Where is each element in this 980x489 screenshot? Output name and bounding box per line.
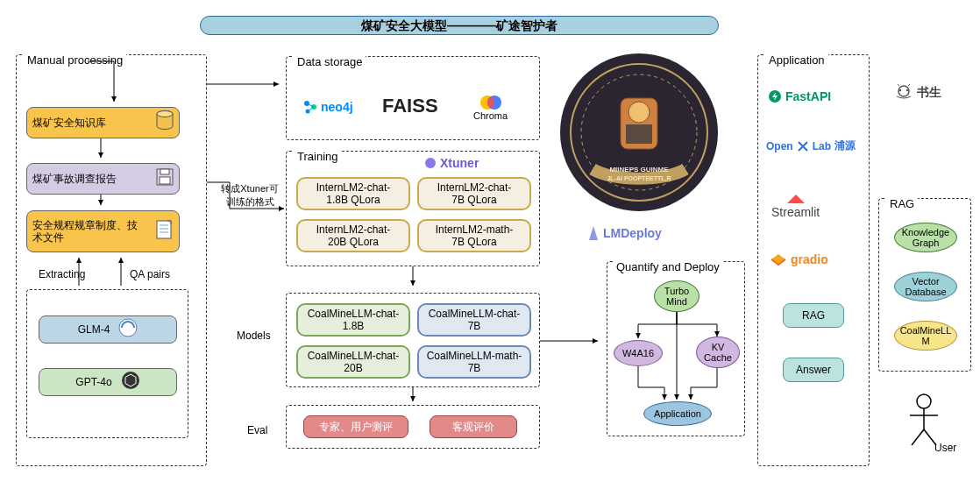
svg-point-29 bbox=[899, 89, 901, 91]
eval-2: 客观评价 bbox=[430, 415, 517, 438]
eval-1: 专家、用户测评 bbox=[303, 415, 408, 438]
train-m1: InternLM2-chat- 1.8B QLora bbox=[296, 177, 410, 210]
product-badge: MIINEPS GUINME JL-Al POOPTEETTL.R bbox=[557, 51, 721, 214]
glm4-label: GLM-4 bbox=[78, 323, 110, 336]
answer-pill: Answer bbox=[783, 358, 844, 382]
application-title: Application bbox=[765, 53, 828, 67]
svg-rect-5 bbox=[157, 221, 171, 238]
kb-label: 煤矿安全知识库 bbox=[32, 117, 106, 129]
report-label: 煤矿事故调查报告 bbox=[32, 173, 117, 185]
fastapi-text: FastAPI bbox=[785, 89, 831, 103]
gpt4o-label: GPT-4o bbox=[75, 376, 111, 388]
rag-title: RAG bbox=[886, 197, 918, 210]
manual-processing-title: Manual processing bbox=[24, 53, 126, 67]
floppy-icon bbox=[156, 168, 174, 188]
document-icon bbox=[156, 220, 174, 242]
shusheng-text: 书生 bbox=[917, 85, 941, 101]
circle-swirl-icon bbox=[118, 318, 138, 340]
database-icon bbox=[156, 110, 174, 134]
svg-point-30 bbox=[906, 89, 908, 91]
rules-box: 安全规程规章制度、技术文件 bbox=[26, 210, 180, 252]
quantify-app: Application bbox=[643, 401, 712, 426]
user-label: User bbox=[934, 442, 956, 454]
qa-pairs-label: QA pairs bbox=[130, 268, 170, 280]
arrow-to-storage bbox=[207, 79, 286, 96]
svg-text:MIINEPS GUINME: MIINEPS GUINME bbox=[609, 166, 669, 174]
fastapi-icon bbox=[768, 89, 782, 103]
streamlit-icon bbox=[785, 193, 806, 205]
arrow-training-to-models bbox=[408, 266, 417, 293]
svg-point-1 bbox=[157, 111, 173, 117]
glm4-box: GLM-4 bbox=[39, 315, 177, 344]
chroma-text: Chroma bbox=[473, 110, 508, 121]
model-m1: CoalMineLLM-chat- 1.8B bbox=[296, 303, 410, 337]
xtuner-icon bbox=[424, 157, 437, 169]
model-m2: CoalMineLLM-chat- 7B bbox=[417, 303, 531, 337]
train-m4: InternLM2-math- 7B QLora bbox=[417, 219, 531, 252]
train-m3: InternLM2-chat- 20B QLora bbox=[296, 219, 410, 252]
report-box: 煤矿事故调查报告 bbox=[26, 163, 180, 195]
openxlab-logo: Open Lab浦源 bbox=[766, 138, 856, 153]
arrow-models-to-deploy bbox=[540, 337, 605, 345]
neo4j-text: neo4j bbox=[321, 100, 353, 114]
svg-point-23 bbox=[628, 102, 650, 123]
faiss-text: FAISS bbox=[382, 95, 438, 117]
lmdeploy-logo: LMDeploy bbox=[587, 226, 662, 240]
gradio-text: gradio bbox=[791, 252, 828, 266]
rag-cm: CoalMineLL M bbox=[894, 321, 957, 351]
rag-kg: Knowledge Graph bbox=[894, 223, 957, 252]
rules-label: 安全规程规章制度、技术文件 bbox=[32, 219, 146, 244]
shusheng-icon bbox=[894, 84, 913, 102]
chroma-logo: Chroma bbox=[473, 95, 508, 121]
rag-vdb: Vector Database bbox=[894, 272, 957, 301]
svg-rect-24 bbox=[626, 124, 652, 144]
streamlit-logo: Streamlit bbox=[771, 193, 820, 219]
streamlit-text: Streamlit bbox=[771, 205, 820, 219]
svg-rect-3 bbox=[160, 169, 169, 174]
rag-pill: RAG bbox=[783, 303, 844, 328]
chroma-icon bbox=[479, 95, 503, 110]
x-icon bbox=[797, 140, 809, 152]
eval-label: Eval bbox=[247, 424, 267, 436]
lmdeploy-icon bbox=[587, 226, 600, 240]
kb-box: 煤矿安全知识库 bbox=[26, 107, 180, 138]
fastapi-logo: FastAPI bbox=[768, 89, 831, 103]
gpt4o-box: GPT-4o bbox=[39, 368, 177, 396]
turbo-mind: Turbo Mind bbox=[654, 280, 699, 312]
gradio-icon bbox=[770, 252, 787, 266]
kv-cache: KV Cache bbox=[696, 337, 740, 368]
lmdeploy-text: LMDeploy bbox=[603, 226, 662, 240]
extracting-label: Extracting bbox=[39, 268, 85, 280]
shusheng-logo: 书生 bbox=[894, 84, 941, 102]
neo4j-logo: neo4j bbox=[303, 100, 353, 114]
models-label: Models bbox=[237, 330, 271, 342]
neo4j-icon bbox=[303, 100, 317, 114]
quantify-title: Quantify and Deploy bbox=[613, 260, 723, 273]
xtuner-format-label: 转成Xtuner可 训练的格式 bbox=[216, 182, 284, 209]
svg-line-34 bbox=[912, 429, 924, 445]
w4a16: W4A16 bbox=[614, 340, 663, 366]
svg-point-31 bbox=[917, 394, 931, 408]
model-m4: CoalMineLLM-math- 7B bbox=[417, 345, 531, 379]
train-m2: InternLM2-chat- 7B QLora bbox=[417, 177, 531, 210]
openai-icon bbox=[121, 371, 140, 393]
xtuner-text: Xtuner bbox=[440, 156, 479, 170]
llm-section bbox=[26, 289, 188, 438]
faiss-logo: FAISS bbox=[382, 95, 438, 117]
model-m3: CoalMineLLM-chat- 20B bbox=[296, 345, 410, 379]
training-title: Training bbox=[294, 150, 341, 163]
svg-rect-4 bbox=[160, 177, 170, 184]
svg-point-18 bbox=[425, 158, 436, 168]
data-storage-title: Data storage bbox=[294, 55, 366, 68]
svg-text:JL-Al POOPTEETTL.R: JL-Al POOPTEETTL.R bbox=[607, 175, 671, 181]
title-banner: 煤矿安全大模型————矿途智护者 bbox=[200, 16, 719, 35]
xtuner-logo: Xtuner bbox=[424, 156, 479, 170]
gradio-logo: gradio bbox=[770, 252, 828, 266]
